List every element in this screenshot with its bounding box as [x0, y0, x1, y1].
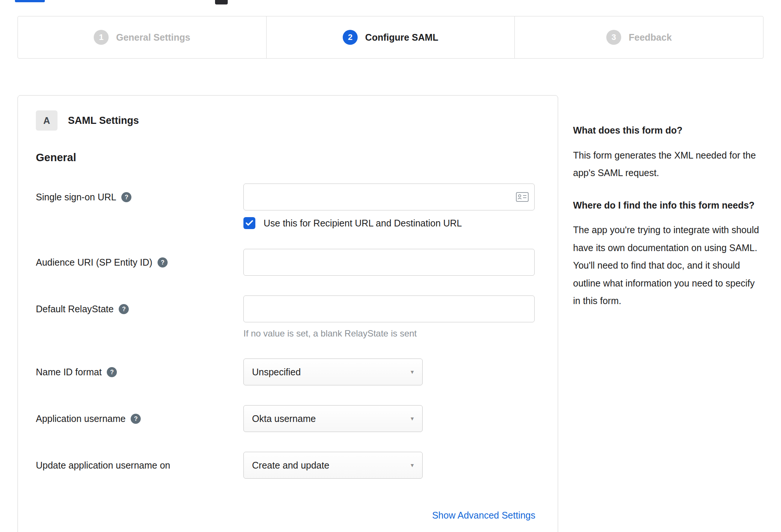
step-2-label: Configure SAML [365, 32, 438, 43]
dropdown-caret-icon: ▼ [410, 462, 415, 468]
update-username-select[interactable]: Create and update ▼ [243, 452, 423, 479]
update-username-value: Create and update [252, 460, 329, 471]
insert-field-icon[interactable] [516, 192, 529, 202]
help-question-2: Where do I find the info this form needs… [573, 198, 763, 213]
application-username-label: Application username [36, 413, 125, 424]
name-id-format-label: Name ID format [36, 367, 102, 378]
relaystate-label: Default RelayState [36, 304, 113, 314]
relaystate-label-cell: Default RelayState ? [36, 295, 243, 314]
cropped-link-fragment [15, 0, 45, 2]
name-id-format-control: Unspecified ▼ [243, 359, 535, 385]
update-username-label: Update application username on [36, 460, 170, 471]
audience-uri-label-cell: Audience URI (SP Entity ID) ? [36, 249, 243, 268]
application-username-control: Okta username ▼ [243, 405, 535, 432]
sso-url-label: Single sign-on URL [36, 192, 116, 203]
dropdown-caret-icon: ▼ [410, 369, 415, 375]
name-id-format-label-cell: Name ID format ? [36, 359, 243, 378]
step-feedback[interactable]: 3 Feedback [514, 16, 763, 58]
audience-uri-row: Audience URI (SP Entity ID) ? [36, 249, 535, 276]
section-a-badge: A [36, 110, 57, 131]
step-1-number-badge: 1 [94, 30, 109, 45]
help-icon[interactable]: ? [107, 367, 117, 377]
recipient-url-checkbox-row: Use this for Recipient URL and Destinati… [243, 217, 535, 229]
help-sidebar: What does this form do? This form genera… [573, 95, 763, 326]
saml-settings-panel: A SAML Settings General Single sign-on U… [18, 95, 558, 532]
audience-uri-label: Audience URI (SP Entity ID) [36, 257, 152, 268]
step-general-settings[interactable]: 1 General Settings [18, 16, 266, 58]
audience-uri-input[interactable] [243, 249, 535, 276]
cropped-logo-fragment [215, 0, 228, 4]
help-icon[interactable]: ? [119, 304, 129, 314]
step-configure-saml[interactable]: 2 Configure SAML [266, 16, 515, 58]
default-relaystate-input[interactable] [243, 295, 535, 322]
panel-title: SAML Settings [68, 115, 139, 126]
application-username-value: Okta username [252, 413, 316, 424]
wizard-stepper: 1 General Settings 2 Configure SAML 3 Fe… [18, 16, 763, 59]
step-2-number-badge: 2 [343, 30, 358, 45]
general-section-title: General [36, 151, 535, 164]
application-username-select[interactable]: Okta username ▼ [243, 405, 423, 432]
step-1-label: General Settings [116, 32, 190, 43]
show-advanced-settings-link[interactable]: Show Advanced Settings [432, 510, 535, 521]
audience-uri-control [243, 249, 535, 276]
step-3-number-badge: 3 [606, 30, 621, 45]
sso-url-input[interactable] [243, 184, 535, 210]
sso-url-label-cell: Single sign-on URL ? [36, 184, 243, 203]
update-username-label-cell: Update application username on [36, 452, 243, 471]
recipient-url-checkbox-label: Use this for Recipient URL and Destinati… [264, 218, 462, 229]
relaystate-helper-text: If no value is set, a blank RelayState i… [243, 328, 535, 339]
help-question-1: What does this form do? [573, 123, 763, 138]
help-icon[interactable]: ? [158, 257, 168, 267]
main-content: A SAML Settings General Single sign-on U… [18, 95, 763, 532]
sso-url-row: Single sign-on URL ? [36, 184, 535, 229]
dropdown-caret-icon: ▼ [410, 416, 415, 422]
help-icon[interactable]: ? [121, 192, 131, 202]
step-3-label: Feedback [629, 32, 672, 43]
checkmark-icon [246, 220, 253, 226]
update-username-row: Update application username on Create an… [36, 452, 535, 479]
application-username-label-cell: Application username ? [36, 405, 243, 424]
help-icon[interactable]: ? [131, 414, 141, 424]
help-answer-2: The app you're trying to integrate with … [573, 221, 763, 310]
relaystate-control: If no value is set, a blank RelayState i… [243, 295, 535, 339]
update-username-control: Create and update ▼ [243, 452, 535, 479]
name-id-format-row: Name ID format ? Unspecified ▼ [36, 359, 535, 385]
sso-url-control: Use this for Recipient URL and Destinati… [243, 184, 535, 229]
name-id-format-select[interactable]: Unspecified ▼ [243, 359, 423, 385]
application-username-row: Application username ? Okta username ▼ [36, 405, 535, 432]
recipient-url-checkbox[interactable] [243, 217, 255, 229]
advanced-settings-row: Show Advanced Settings [36, 510, 535, 521]
help-answer-1: This form generates the XML needed for t… [573, 147, 763, 182]
panel-header: A SAML Settings [36, 110, 535, 131]
name-id-format-value: Unspecified [252, 367, 301, 378]
relaystate-row: Default RelayState ? If no value is set,… [36, 295, 535, 339]
